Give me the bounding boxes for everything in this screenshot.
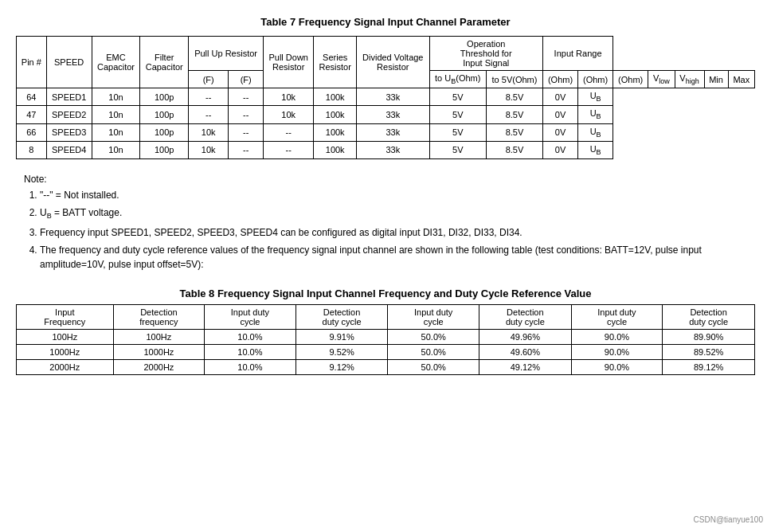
table2-cell: 90.0% [571,359,663,374]
table-row: 47 [17,106,47,123]
note-item: UB = BATT voltage. [40,205,755,222]
table2-cell: 49.60% [479,344,571,359]
table2-cell: 50.0% [388,329,479,344]
col-pin: Pin # [17,37,47,88]
table2-cell: 100Hz [113,329,205,344]
table-row: 66 [17,123,47,141]
table2-col-header: Detectionduty cycle [663,304,755,329]
col-pullup-5v: to 5V(Ohm) [487,71,543,88]
col-max: Max [728,71,754,88]
table2-cell: 89.12% [663,359,755,374]
note-item: The frequency and duty cycle reference v… [40,243,755,272]
note-item: Frequency input SPEED1, SPEED2, SPEED3, … [40,225,755,240]
table2-cell: 50.0% [388,359,479,374]
table2-cell: 9.52% [295,344,388,359]
table2-cell: 10.0% [205,344,296,359]
table2-col-header: Detectionduty cycle [295,304,388,329]
col-divided: Divided VoltageResistor [357,37,429,88]
table2-col-header: InputFrequency [17,304,114,329]
table2-cell: 49.12% [479,359,571,374]
table2-cell: 10.0% [205,359,296,374]
note-item: "--" = Not installed. [40,188,755,202]
col-emc: EMCCapacitor [92,37,140,88]
col-filter-unit: (F) [229,71,264,88]
col-threshold: OperationThreshold forInput Signal [429,37,542,71]
col-emc-unit: (F) [189,71,229,88]
table2-cell: 100Hz [17,329,114,344]
table2-cell: 9.91% [295,329,388,344]
table2-col-header: Detectionduty cycle [479,304,571,329]
col-pullup-ub: to UB(Ohm) [429,71,487,88]
col-vlow: Vlow [648,71,675,88]
table2: InputFrequencyDetectionfrequencyInput du… [16,304,755,375]
table1: Pin # SPEED EMCCapacitor FilterCapacitor… [16,36,755,159]
table2-cell: 1000Hz [113,344,205,359]
table2-title: Table 8 Frequency Signal Input Channel F… [16,288,755,299]
table2-col-header: Input dutycycle [571,304,663,329]
col-pullup: Pull Up Resistor [189,37,264,71]
col-pulldown: Pull DownResistor [264,37,314,88]
table2-col-header: Detectionfrequency [113,304,205,329]
col-pulldown-unit: (Ohm) [542,71,577,88]
col-divided-unit: (Ohm) [613,71,648,88]
table2-cell: 89.90% [663,329,755,344]
col-series: SeriesResistor [314,37,357,88]
table2-cell: 2000Hz [17,359,114,374]
table2-cell: 2000Hz [113,359,205,374]
table2-col-header: Input dutycycle [388,304,479,329]
notes-title: Note: [24,174,755,185]
table-row: 64 [17,88,47,106]
table2-cell: 90.0% [571,344,663,359]
notes-section: Note: "--" = Not installed.UB = BATT vol… [24,174,755,272]
col-vhigh: Vhigh [675,71,704,88]
table2-col-header: Input dutycycle [205,304,296,329]
col-series-unit: (Ohm) [578,71,613,88]
table-row: 8 [17,141,47,158]
col-min: Min [704,71,728,88]
table2-cell: 1000Hz [17,344,114,359]
table2-cell: 89.52% [663,344,755,359]
col-filter: FilterCapacitor [140,37,189,88]
col-input-range: Input Range [542,37,612,71]
table2-cell: 90.0% [571,329,663,344]
table2-cell: 50.0% [388,344,479,359]
table2-cell: 9.12% [295,359,388,374]
notes-list: "--" = Not installed.UB = BATT voltage.F… [40,188,755,272]
col-speed: SPEED [46,37,92,88]
table2-cell: 49.96% [479,329,571,344]
table1-title: Table 7 Frequency Signal Input Channel P… [16,16,755,28]
table2-cell: 10.0% [205,329,296,344]
